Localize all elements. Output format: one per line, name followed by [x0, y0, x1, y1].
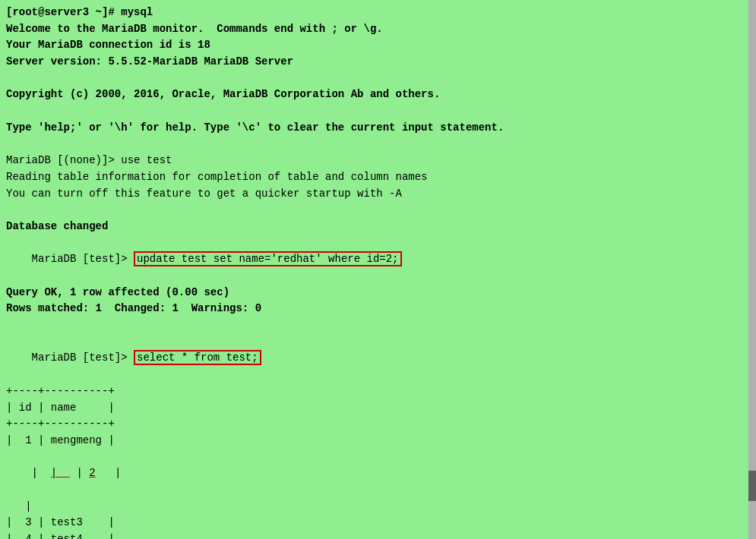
terminal-line-2: Welcome to the MariaDB monitor. Commands… — [6, 21, 750, 38]
terminal-line-8: Type 'help;' or '\h' for help. Type '\c'… — [6, 120, 750, 137]
terminal-line-17: Rows matched: 1 Changed: 1 Warnings: 0 — [6, 301, 750, 317]
terminal-line-14: Database changed — [6, 219, 750, 235]
terminal-line-25: | — [6, 499, 750, 515]
terminal-line-3: Your MariaDB connection id is 18 — [6, 37, 750, 54]
terminal-line-6: Copyright (c) 2000, 2016, Oracle, MariaD… — [6, 87, 750, 103]
terminal-line-19: MariaDB [test]> select * from test; — [6, 334, 750, 383]
scrollbar[interactable] — [748, 0, 756, 539]
terminal-line-21: | id | name | — [6, 400, 750, 417]
terminal-line-4: Server version: 5.5.52-MariaDB MariaDB S… — [6, 54, 750, 71]
row2-mid: | — [70, 467, 89, 479]
terminal-line-13 — [6, 202, 750, 219]
terminal-line-11: Reading table information for completion… — [6, 169, 750, 186]
update-command: update test set name='redhat' where id=2… — [134, 251, 401, 266]
terminal-line-22: +----+----------+ — [6, 416, 750, 433]
terminal-window[interactable]: [root@server3 ~]# mysql Welcome to the M… — [0, 0, 756, 539]
terminal-line-20: +----+----------+ — [6, 383, 750, 400]
terminal-line-10: MariaDB [(none)]> use test — [6, 153, 750, 169]
terminal-line-7 — [6, 103, 750, 120]
prompt-15: MariaDB [test]> — [32, 253, 134, 265]
select-command: select * from test; — [134, 350, 261, 365]
scrollbar-thumb[interactable] — [748, 471, 756, 501]
prompt-19: MariaDB [test]> — [32, 351, 134, 364]
row2-id: | — [51, 467, 70, 479]
row2-prefix: | — [32, 467, 51, 479]
terminal-line-9 — [6, 137, 750, 153]
row2-name: 2 — [89, 467, 95, 479]
terminal-line-23: | 1 | mengmeng | — [6, 433, 750, 449]
terminal-line-16: Query OK, 1 row affected (0.00 sec) — [6, 285, 750, 301]
terminal-line-1: [root@server3 ~]# mysql — [6, 5, 750, 21]
terminal-line-26: | 3 | test3 | — [6, 515, 750, 531]
terminal-line-18 — [6, 317, 750, 334]
terminal-line-15: MariaDB [test]> update test set name='re… — [6, 235, 750, 285]
terminal-line-24: | | | 2 | — [6, 449, 750, 499]
terminal-line-27: | 4 | test4 | — [6, 531, 750, 539]
terminal-line-5 — [6, 71, 750, 87]
terminal-line-12: You can turn off this feature to get a q… — [6, 186, 750, 203]
row2-suffix: | — [96, 467, 122, 479]
